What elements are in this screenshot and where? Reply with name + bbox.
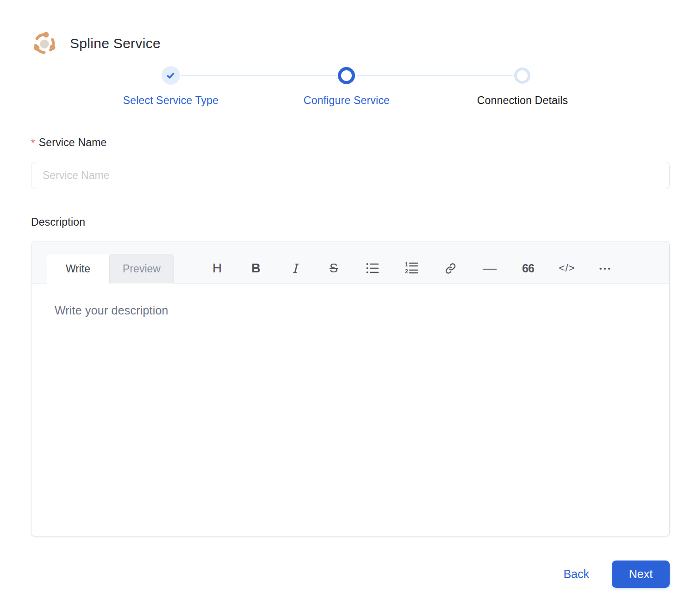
step-label: Select Service Type: [123, 94, 219, 107]
editor-toolbar-bar: Write Preview H B I S: [31, 241, 669, 283]
wizard-stepper: Select Service Type Configure Service Co…: [83, 66, 610, 107]
spline-network-icon: [31, 30, 58, 57]
wizard-page: Spline Service Select Service Type: [0, 0, 697, 588]
horizontal-rule-icon[interactable]: —: [481, 259, 498, 277]
service-name-label: *Service Name: [31, 136, 669, 149]
back-button[interactable]: Back: [563, 567, 589, 581]
italic-icon[interactable]: I: [286, 259, 303, 277]
link-icon[interactable]: [442, 259, 459, 277]
step-label: Configure Service: [304, 94, 390, 107]
service-name-label-text: Service Name: [39, 136, 107, 148]
step-active-circle-icon: [338, 67, 355, 84]
svg-text:2: 2: [405, 268, 408, 275]
more-options-icon[interactable]: •••: [597, 259, 614, 277]
code-icon[interactable]: </>: [559, 259, 575, 277]
page-title: Spline Service: [70, 36, 161, 51]
next-button[interactable]: Next: [612, 561, 670, 588]
tab-preview[interactable]: Preview: [109, 254, 174, 283]
bold-icon[interactable]: B: [248, 259, 264, 277]
unordered-list-icon[interactable]: [364, 259, 381, 277]
required-asterisk: *: [31, 137, 35, 148]
step-completed-check-icon: [162, 66, 180, 85]
step-connection-details[interactable]: Connection Details: [435, 66, 610, 107]
quote-icon[interactable]: 66: [520, 259, 536, 277]
heading-icon[interactable]: H: [209, 259, 225, 277]
description-editor: Write Preview H B I S: [31, 241, 670, 536]
step-select-service-type[interactable]: Select Service Type: [83, 66, 259, 107]
step-configure-service[interactable]: Configure Service: [259, 66, 435, 107]
description-label: Description: [31, 216, 669, 228]
editor-tabs: Write Preview: [47, 254, 174, 283]
strikethrough-icon[interactable]: S: [325, 259, 342, 277]
ordered-list-icon[interactable]: 1 2: [403, 259, 420, 277]
description-textarea[interactable]: Write your description: [31, 283, 669, 536]
tab-write[interactable]: Write: [47, 254, 109, 283]
description-placeholder: Write your description: [55, 304, 168, 317]
wizard-footer: Back Next: [31, 561, 670, 588]
svg-text:1: 1: [405, 261, 408, 268]
service-name-input[interactable]: [31, 162, 670, 189]
app-header: Spline Service: [31, 30, 669, 57]
step-upcoming-circle-icon: [514, 68, 530, 84]
formatting-toolbar: H B I S: [209, 253, 614, 283]
step-label: Connection Details: [477, 94, 568, 107]
